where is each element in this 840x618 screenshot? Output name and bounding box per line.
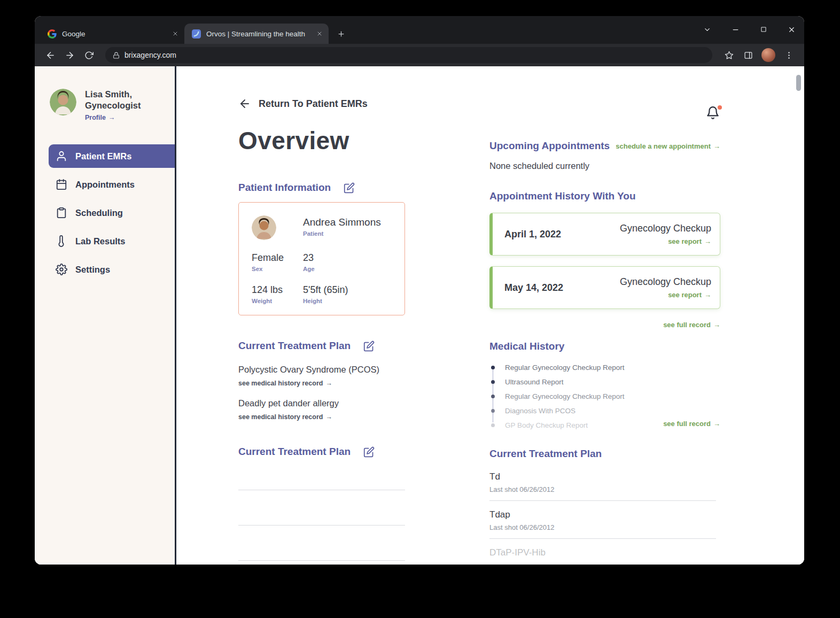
sidebar-item-scheduling[interactable]: Scheduling [49, 201, 175, 225]
lock-icon [113, 52, 120, 59]
patient-info-card: Andrea Simmons Patient Female Sex 23 Age [238, 202, 405, 315]
edit-treatment-plan-2-button[interactable] [363, 446, 375, 458]
arrow-right-icon: → [325, 413, 332, 421]
treatment-plan-section: Current Treatment Plan Polycystic Ovary … [238, 340, 405, 421]
medical-history-timeline: Regular Gynecology Checkup Report Ultras… [491, 363, 720, 430]
medical-history-heading: Medical History [489, 341, 720, 352]
sidebar-item-settings[interactable]: Settings [49, 258, 175, 281]
edit-icon [363, 446, 375, 458]
arrow-right-icon: → [704, 237, 711, 245]
person-icon [56, 150, 67, 162]
upcoming-appointments-row: Upcoming Appointments schedule a new app… [489, 140, 720, 152]
appointment-card[interactable]: April 1, 2022 Gynecology Checkup see rep… [489, 213, 720, 256]
clipboard-icon [56, 207, 67, 219]
patient-information-heading: Patient Information [238, 182, 405, 194]
patient-name: Andrea Simmons [303, 217, 392, 228]
no-appointments-text: None scheduled currently [489, 161, 720, 171]
profile-link[interactable]: Profile → [85, 114, 115, 121]
medical-history-record-link[interactable]: see medical history record → [238, 380, 332, 387]
forward-button[interactable] [61, 47, 77, 63]
sidebar-item-appointments[interactable]: Appointments [49, 173, 175, 196]
side-panel-icon[interactable] [740, 47, 756, 63]
upcoming-appointments-heading: Upcoming Appointments [489, 140, 610, 152]
browser-profile-avatar[interactable] [761, 48, 775, 62]
treatment-plan-2-heading: Current Treatment Plan [238, 446, 405, 458]
patient-age-cell: 23 Age [303, 252, 392, 272]
doctor-avatar [50, 89, 76, 115]
back-button[interactable] [42, 47, 58, 63]
empty-row-divider [238, 560, 405, 561]
maximize-button[interactable] [760, 26, 767, 33]
treatment-plan-heading: Current Treatment Plan [238, 340, 405, 352]
arrow-right-icon: → [108, 114, 115, 121]
arrow-left-icon [238, 97, 251, 110]
tab-strip: Google Orvos | Streamlining the health [35, 16, 804, 44]
menu-kebab-icon[interactable] [781, 47, 797, 63]
medical-history-record-link[interactable]: see medical history record → [238, 413, 332, 421]
timeline-item[interactable]: Regular Gynecology Checkup Report [505, 392, 720, 401]
doctor-role: Gynecologist [85, 100, 141, 111]
appointment-card[interactable]: May 14, 2022 Gynecology Checkup see repo… [489, 266, 720, 309]
chevron-down-icon[interactable] [703, 26, 711, 34]
sidebar-item-patient-emrs[interactable]: Patient EMRs [49, 144, 175, 168]
divider [489, 500, 716, 501]
gear-icon [56, 264, 67, 275]
google-logo-icon [48, 29, 57, 38]
calendar-icon [56, 179, 67, 190]
new-tab-button[interactable] [333, 26, 349, 42]
notifications-bell-icon[interactable] [706, 106, 721, 121]
arrow-right-icon: → [713, 142, 720, 150]
close-window-button[interactable] [788, 26, 796, 34]
appointment-history-heading: Appointment History With You [489, 190, 720, 202]
reload-button[interactable] [81, 47, 97, 63]
arrow-right-icon: → [713, 420, 720, 428]
bookmark-star-icon[interactable] [721, 47, 737, 63]
close-tab-icon[interactable] [315, 29, 324, 38]
see-report-link[interactable]: see report → [620, 237, 711, 245]
browser-toolbar: brixagency.com [35, 44, 804, 66]
edit-patient-info-button[interactable] [344, 182, 355, 194]
url-text: brixagency.com [125, 51, 176, 59]
sidebar-item-lab-results[interactable]: Lab Results [49, 229, 175, 253]
sidebar: Lisa Smith, Gynecologist Profile → Patie… [35, 66, 176, 565]
patient-sex-cell: Female Sex [252, 252, 303, 272]
window-controls [703, 16, 796, 43]
vaccine-item: Tdap Last shot 06/26/2012 [489, 509, 720, 539]
return-to-emrs-link[interactable]: Return To Patient EMRs [238, 97, 368, 110]
scrollbar-thumb[interactable] [796, 75, 801, 91]
notification-dot [718, 105, 722, 110]
sidebar-nav: Patient EMRs Appointments Scheduling Lab… [35, 144, 175, 281]
divider [489, 538, 716, 539]
see-full-record-link[interactable]: see full record → [663, 420, 720, 428]
orvos-favicon [192, 29, 201, 38]
arrow-right-icon: → [325, 380, 332, 387]
edit-treatment-plan-button[interactable] [363, 341, 375, 352]
tab-orvos[interactable]: Orvos | Streamlining the health [184, 24, 329, 44]
allergy-item: Deadly pet dander allergy [238, 398, 405, 408]
doctor-profile: Lisa Smith, Gynecologist Profile → [35, 89, 175, 122]
schedule-appointment-link[interactable]: schedule a new appointment → [616, 142, 720, 150]
edit-icon [344, 182, 355, 194]
patient-name-cell: Andrea Simmons Patient [303, 215, 392, 240]
left-column: Patient Information [238, 182, 405, 561]
edit-icon [363, 341, 375, 352]
arrow-right-icon: → [713, 321, 720, 329]
timeline-item[interactable]: Regular Gynecology Checkup Report [505, 363, 720, 372]
see-full-record-link[interactable]: see full record → [663, 321, 720, 329]
scrollbar[interactable] [796, 67, 801, 563]
empty-row-divider [238, 490, 405, 490]
current-treatment-heading: Current Treatment Plan [489, 448, 720, 460]
timeline-item[interactable]: Diagnosis With PCOS [505, 406, 720, 415]
see-report-link[interactable]: see report → [620, 291, 711, 299]
tab-title: Google [62, 30, 165, 38]
minimize-button[interactable] [732, 26, 740, 34]
patient-weight-cell: 124 lbs Weight [252, 284, 303, 304]
tab-google[interactable]: Google [40, 24, 184, 44]
screenshot-frame: Google Orvos | Streamlining the health [0, 0, 840, 618]
address-bar[interactable]: brixagency.com [105, 47, 712, 63]
arrow-right-icon: → [704, 291, 711, 299]
timeline-item[interactable]: Ultrasound Report [505, 377, 720, 387]
tab-title: Orvos | Streamlining the health [206, 30, 309, 38]
close-tab-icon[interactable] [170, 29, 180, 38]
patient-height-cell: 5'5ft (65in) Height [303, 284, 392, 304]
